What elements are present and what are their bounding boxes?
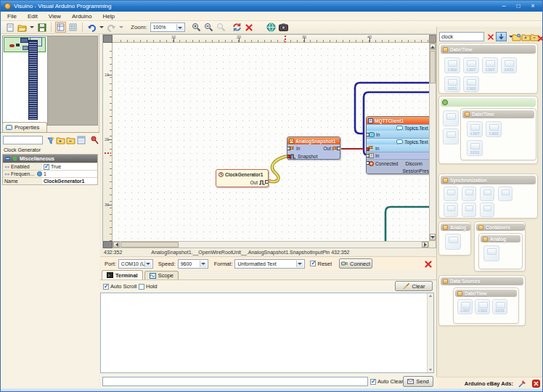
save-project-icon[interactable]: [36, 22, 47, 33]
mqtt-connected-pin[interactable]: [366, 161, 370, 165]
new-folder-icon[interactable]: [512, 32, 521, 43]
terminal-output[interactable]: [100, 293, 434, 373]
properties-filter-input[interactable]: [3, 136, 43, 144]
autoclear-checkbox[interactable]: [370, 379, 376, 385]
mqtt-in-pin[interactable]: [366, 154, 370, 158]
toolbox-panel-header[interactable]: Containers: [476, 224, 525, 231]
component-icon-sync[interactable]: [480, 203, 494, 217]
component-icon-rtc[interactable]: 3231: [467, 140, 483, 156]
delete-icon[interactable]: [244, 22, 255, 33]
send-button[interactable]: Send: [403, 376, 433, 387]
mqtt-topic1-banner[interactable]: Topics.Text Topic1: [367, 124, 429, 131]
scroll-right-button[interactable]: [422, 242, 428, 248]
component-icon-rtc[interactable]: 1302: [486, 121, 502, 137]
property-row-frequency[interactable]: Frequen… 1: [3, 170, 97, 177]
reset-option[interactable]: Reset: [310, 261, 332, 267]
clear-search-icon[interactable]: [486, 33, 495, 41]
toolbox-panel-datetime[interactable]: Date/Time 1302 1307 1307 3231 3231 1302: [438, 43, 538, 94]
toolbox-subpanel-datetime[interactable]: Date/Time 1307 1302 3231: [453, 287, 519, 324]
maximize-button[interactable]: □: [511, 2, 526, 10]
component-icon-analog[interactable]: [483, 245, 499, 261]
connect-button[interactable]: Connect: [339, 258, 372, 269]
view-structure-icon[interactable]: [55, 22, 66, 33]
analog-out-pin[interactable]: [337, 147, 340, 150]
open-dropdown-caret[interactable]: [30, 26, 34, 28]
toolbox-panel-header[interactable]: [441, 98, 536, 107]
close-ads-icon[interactable]: [531, 380, 540, 388]
toolbox-panel-header[interactable]: Analog: [481, 235, 520, 242]
collapse-all-icon[interactable]: [65, 135, 76, 146]
minimize-button[interactable]: –: [497, 2, 511, 10]
web-help-icon[interactable]: [266, 22, 277, 33]
autoscroll-option[interactable]: Auto Scroll: [103, 283, 136, 290]
property-value[interactable]: ClockGenerator1: [44, 179, 84, 184]
autoscroll-checkbox[interactable]: [103, 284, 109, 290]
toolbox-panel-containers[interactable]: Containers Analog: [474, 221, 526, 271]
undo-icon[interactable]: [86, 22, 97, 33]
toolbox-panel-synchronization[interactable]: Synchronization: [438, 173, 538, 219]
sidebar-splitter[interactable]: [436, 27, 437, 377]
close-connection-panel-icon[interactable]: [422, 258, 433, 269]
menu-help[interactable]: Help: [102, 13, 114, 20]
hide-ads-icon[interactable]: [518, 380, 526, 388]
toolbox-panel-header[interactable]: Analog: [441, 224, 470, 231]
autoclear-option[interactable]: Auto Clear: [370, 378, 403, 385]
refresh-boards-icon[interactable]: [232, 22, 242, 33]
pin-panel-icon[interactable]: [89, 134, 99, 145]
zoom-reset-icon[interactable]: [216, 22, 226, 33]
title-bar[interactable]: Visuino - Visual Arduino Programming – □…: [1, 1, 543, 12]
property-row-enabled[interactable]: Enabled True: [3, 163, 97, 170]
toolbox-panel-analog[interactable]: Analog: [438, 221, 471, 256]
analog-in-pin[interactable]: [287, 147, 290, 150]
filter-icon[interactable]: [45, 135, 56, 146]
design-canvas[interactable]: ClockGenerator1 Out AnalogSnapshot1 In O…: [113, 43, 429, 241]
component-icon-sync[interactable]: [444, 187, 458, 201]
undo-dropdown-caret[interactable]: [99, 26, 104, 28]
menu-file[interactable]: File: [7, 13, 17, 20]
view-grid-icon[interactable]: [68, 22, 78, 33]
clock-out-pin[interactable]: [265, 180, 269, 184]
analog-snapshot-component[interactable]: AnalogSnapshot1 In Out Snapshot: [287, 136, 340, 160]
expand-group-icon[interactable]: [5, 156, 10, 161]
toolbox-panel-generators[interactable]: Date/Time 1307 1302 3231: [438, 96, 538, 164]
mqtt-topic2-in-pin[interactable]: [366, 147, 370, 151]
hold-option[interactable]: Hold: [139, 283, 157, 290]
expand-all-icon[interactable]: [55, 135, 66, 146]
toolbox-panel-header[interactable]: Date/Time: [462, 110, 534, 118]
mqtt-topic1-in-pin[interactable]: [366, 133, 370, 136]
snapshot-in-pin[interactable]: [287, 155, 290, 158]
format-combobox[interactable]: Unformatted Text: [234, 259, 305, 269]
component-icon-sync[interactable]: [444, 203, 458, 217]
wire-teal[interactable]: [385, 207, 429, 241]
component-icon-sync[interactable]: [462, 187, 476, 201]
reset-checkbox[interactable]: [310, 261, 316, 266]
arrange-components-button[interactable]: [496, 32, 507, 41]
tab-terminal[interactable]: Terminal: [102, 270, 143, 279]
horizontal-scroll-thumb[interactable]: [121, 242, 179, 248]
open-project-icon[interactable]: [17, 22, 28, 33]
horizontal-scrollbar[interactable]: [113, 241, 429, 248]
categorized-view-icon[interactable]: [75, 134, 86, 145]
toolbox-subpanel-analog[interactable]: Analog: [478, 233, 523, 269]
redo-dropdown-caret[interactable]: [119, 26, 123, 28]
component-icon-rtc[interactable]: 3231: [501, 57, 517, 73]
component-icon-sync[interactable]: [498, 187, 513, 201]
component-icon-clock[interactable]: [443, 128, 459, 144]
scroll-up-button[interactable]: [430, 44, 436, 50]
component-icon-rtc[interactable]: 1302: [463, 76, 479, 92]
scroll-down-button[interactable]: [429, 369, 432, 371]
terminal-scrollbar[interactable]: [427, 293, 433, 372]
component-icon-rtc[interactable]: 1302: [444, 57, 460, 73]
toolbox-search-input[interactable]: [439, 32, 484, 41]
camera-icon[interactable]: [278, 22, 289, 33]
close-button[interactable]: ×: [526, 2, 540, 10]
component-icon-rtc[interactable]: 1302: [475, 299, 490, 314]
component-icon-rtc[interactable]: 1307: [482, 57, 498, 73]
clear-button[interactable]: Clear: [395, 281, 433, 291]
mqtt-client-component[interactable]: MQTTClient1 Topics.Text Topic1 In Topics…: [366, 116, 429, 174]
vertical-scrollbar[interactable]: [429, 43, 436, 241]
menu-view[interactable]: View: [49, 13, 61, 20]
property-row-name[interactable]: Name ClockGenerator1: [3, 177, 97, 184]
component-icon-rtc[interactable]: 3231: [492, 299, 507, 314]
tab-scope[interactable]: Scope: [144, 271, 179, 279]
